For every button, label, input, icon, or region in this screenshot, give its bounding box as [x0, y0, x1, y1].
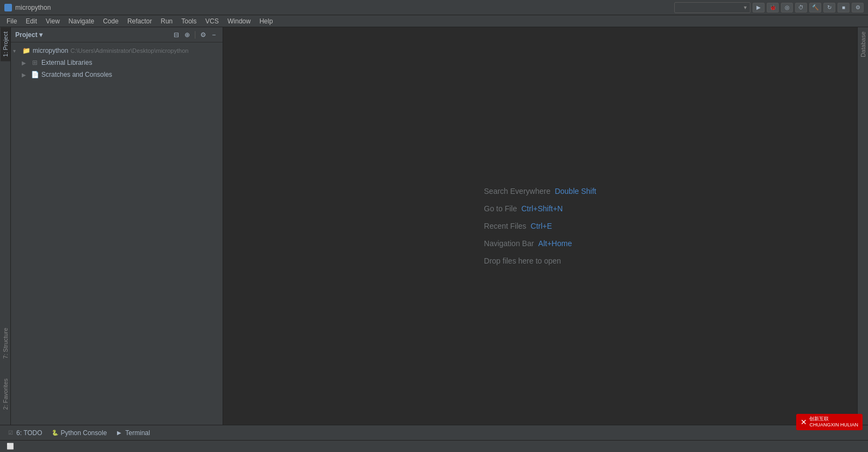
- tree-label-scratches: Scratches and Consoles: [41, 71, 112, 78]
- todo-icon: ☑: [7, 429, 14, 437]
- todo-tab[interactable]: ☑ 6: TODO: [2, 426, 47, 439]
- menu-help[interactable]: Help: [255, 16, 278, 26]
- file-tree: ▾ 📁 micropython C:\Users\Administrator\D…: [11, 42, 223, 425]
- run-button[interactable]: ▶: [753, 3, 765, 13]
- terminal-tab[interactable]: ▶ Terminal: [111, 426, 154, 439]
- tree-arrow-scratches: ▶: [22, 72, 30, 78]
- menu-code[interactable]: Code: [99, 16, 123, 26]
- toolbar-right: ▼ ▶ 🐞 ◎ ⏱ 🔨 ↻ ■ ⚙: [674, 2, 864, 13]
- app-title: micropython: [15, 4, 51, 11]
- watermark-icon: ✕: [801, 418, 807, 426]
- project-tab[interactable]: 1: Project: [1, 27, 10, 61]
- build-button[interactable]: 🔨: [809, 3, 821, 13]
- main-area: 1: Project 7: Structure 2: Favorites Pro…: [0, 27, 868, 425]
- hint-navigation-bar: Navigation Bar Alt+Home: [484, 239, 596, 248]
- collapse-all-button[interactable]: ⊟: [172, 30, 181, 39]
- update-button[interactable]: ↻: [823, 3, 835, 13]
- favorites-tab[interactable]: 2: Favorites: [1, 374, 10, 414]
- menu-navigate[interactable]: Navigate: [64, 16, 99, 26]
- menu-view[interactable]: View: [41, 16, 64, 26]
- app-icon: [4, 4, 12, 11]
- external-libraries-icon: ⊞: [30, 58, 39, 67]
- right-tab-bar: Database: [857, 27, 868, 425]
- go-to-file-shortcut: Ctrl+Shift+N: [521, 204, 563, 213]
- tree-item-external-libraries[interactable]: ▶ ⊞ External Libraries: [11, 57, 223, 69]
- settings-button[interactable]: ⚙: [852, 3, 864, 13]
- hint-go-to-file: Go to File Ctrl+Shift+N: [484, 204, 596, 213]
- status-item-main: ⬜: [4, 443, 16, 450]
- recent-files-label: Recent Files: [484, 222, 526, 230]
- menu-bar: File Edit View Navigate Code Refactor Ru…: [0, 15, 868, 27]
- project-panel-header: Project ▾ ⊟ ⊕ ⚙ −: [11, 27, 223, 42]
- menu-file[interactable]: File: [2, 16, 21, 26]
- tree-item-scratches[interactable]: ▶ 📄 Scratches and Consoles: [11, 69, 223, 81]
- title-bar: micropython ▼ ▶ 🐞 ◎ ⏱ 🔨 ↻ ■ ⚙: [0, 0, 868, 15]
- hint-search-everywhere: Search Everywhere Double Shift: [484, 187, 596, 196]
- menu-run[interactable]: Run: [156, 16, 177, 26]
- tree-label-micropython: micropython: [33, 47, 68, 54]
- show-options-button[interactable]: ⊕: [183, 30, 192, 39]
- status-bar: ⬜: [0, 440, 868, 452]
- menu-refactor[interactable]: Refactor: [123, 16, 156, 26]
- tree-arrow-ext: ▶: [22, 60, 30, 66]
- profile-button[interactable]: ⏱: [795, 3, 807, 13]
- editor-area: Search Everywhere Double Shift Go to Fil…: [223, 27, 857, 425]
- debug-button[interactable]: 🐞: [767, 3, 779, 13]
- tree-path-micropython: C:\Users\Administrator\Desktop\micropyth…: [70, 47, 188, 54]
- menu-tools[interactable]: Tools: [177, 16, 201, 26]
- tree-item-micropython[interactable]: ▾ 📁 micropython C:\Users\Administrator\D…: [11, 45, 223, 57]
- terminal-icon: ▶: [115, 429, 123, 437]
- recent-files-shortcut: Ctrl+E: [531, 222, 552, 230]
- drop-files-text: Drop files here to open: [484, 256, 561, 265]
- database-tab[interactable]: Database: [858, 27, 868, 62]
- go-to-file-label: Go to File: [484, 204, 517, 213]
- divider: [195, 31, 195, 39]
- navigation-bar-label: Navigation Bar: [484, 239, 534, 248]
- folder-icon: 📁: [22, 46, 30, 55]
- watermark-text: 创新互联CHUANGXIN HULIAN: [809, 416, 858, 428]
- project-panel: Project ▾ ⊟ ⊕ ⚙ − ▾ 📁 micropython C:\Use…: [11, 27, 223, 425]
- menu-window[interactable]: Window: [223, 16, 255, 26]
- navigation-bar-shortcut: Alt+Home: [538, 239, 572, 248]
- stop-button[interactable]: ■: [838, 3, 849, 13]
- minimize-panel-button[interactable]: −: [210, 30, 218, 39]
- menu-edit[interactable]: Edit: [21, 16, 41, 26]
- python-console-tab[interactable]: 🐍 Python Console: [47, 426, 112, 439]
- hint-recent-files: Recent Files Ctrl+E: [484, 222, 596, 230]
- menu-vcs[interactable]: VCS: [201, 16, 223, 26]
- terminal-label: Terminal: [125, 429, 150, 437]
- hint-drop-files: Drop files here to open: [484, 256, 596, 265]
- bottom-bar: ☑ 6: TODO 🐍 Python Console ▶ Terminal: [0, 425, 868, 440]
- coverage-button[interactable]: ◎: [781, 3, 793, 13]
- project-panel-title: Project ▾: [15, 31, 42, 39]
- python-console-label: Python Console: [61, 429, 107, 437]
- search-everywhere-label: Search Everywhere: [484, 187, 550, 196]
- run-config-dropdown[interactable]: ▼: [674, 2, 750, 13]
- editor-hints: Search Everywhere Double Shift Go to Fil…: [484, 187, 596, 265]
- left-tab-bar: 1: Project 7: Structure 2: Favorites: [0, 27, 11, 425]
- python-icon: 🐍: [51, 429, 59, 437]
- tree-arrow: ▾: [13, 48, 22, 54]
- settings-gear-button[interactable]: ⚙: [199, 30, 207, 39]
- tree-label-ext-libs: External Libraries: [41, 59, 92, 66]
- project-panel-icons: ⊟ ⊕ ⚙ −: [172, 30, 218, 39]
- search-everywhere-shortcut: Double Shift: [555, 187, 596, 196]
- watermark: ✕ 创新互联CHUANGXIN HULIAN: [796, 414, 863, 430]
- structure-tab[interactable]: 7: Structure: [1, 323, 10, 363]
- scratches-icon: 📄: [30, 70, 39, 79]
- todo-label: 6: TODO: [16, 429, 42, 437]
